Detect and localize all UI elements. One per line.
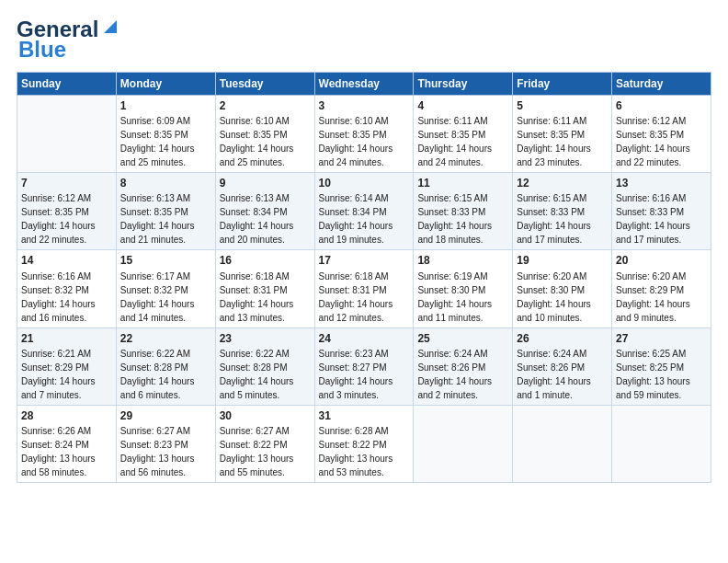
day-info: Sunrise: 6:13 AMSunset: 8:34 PMDaylight:…	[220, 193, 294, 245]
day-cell: 10Sunrise: 6:14 AMSunset: 8:34 PMDayligh…	[314, 173, 414, 250]
day-number: 29	[120, 408, 211, 423]
day-cell: 15Sunrise: 6:17 AMSunset: 8:32 PMDayligh…	[116, 250, 215, 327]
day-cell: 23Sunrise: 6:22 AMSunset: 8:28 PMDayligh…	[215, 327, 314, 405]
day-number: 5	[517, 98, 608, 113]
day-cell: 25Sunrise: 6:24 AMSunset: 8:26 PMDayligh…	[414, 327, 513, 405]
day-cell: 7Sunrise: 6:12 AMSunset: 8:35 PMDaylight…	[17, 173, 117, 250]
day-number: 6	[616, 98, 707, 113]
calendar-table: SundayMondayTuesdayWednesdayThursdayFrid…	[17, 72, 711, 483]
day-cell: 4Sunrise: 6:11 AMSunset: 8:35 PMDaylight…	[414, 96, 513, 173]
day-info: Sunrise: 6:09 AMSunset: 8:35 PMDaylight:…	[120, 116, 195, 167]
day-number: 23	[220, 331, 311, 346]
day-cell: 28Sunrise: 6:26 AMSunset: 8:24 PMDayligh…	[17, 405, 117, 482]
day-number: 11	[417, 176, 508, 190]
day-number: 27	[616, 331, 707, 346]
weekday-header-thursday: Thursday	[414, 73, 513, 96]
day-cell: 14Sunrise: 6:16 AMSunset: 8:32 PMDayligh…	[17, 250, 117, 327]
day-cell: 27Sunrise: 6:25 AMSunset: 8:25 PMDayligh…	[612, 327, 711, 405]
day-info: Sunrise: 6:17 AMSunset: 8:32 PMDaylight:…	[120, 271, 195, 323]
day-number: 16	[220, 253, 311, 268]
weekday-header-sunday: Sunday	[17, 73, 117, 96]
day-cell: 16Sunrise: 6:18 AMSunset: 8:31 PMDayligh…	[215, 250, 314, 327]
day-cell: 21Sunrise: 6:21 AMSunset: 8:29 PMDayligh…	[17, 327, 117, 405]
day-number: 25	[417, 331, 508, 346]
week-row-3: 14Sunrise: 6:16 AMSunset: 8:32 PMDayligh…	[17, 250, 711, 327]
day-number: 9	[220, 176, 311, 190]
day-cell: 18Sunrise: 6:19 AMSunset: 8:30 PMDayligh…	[414, 250, 513, 327]
day-number: 21	[21, 331, 112, 346]
day-info: Sunrise: 6:10 AMSunset: 8:35 PMDaylight:…	[220, 116, 294, 167]
day-number: 15	[120, 253, 211, 268]
day-number: 18	[417, 253, 508, 268]
day-info: Sunrise: 6:28 AMSunset: 8:22 PMDaylight:…	[319, 426, 393, 477]
day-info: Sunrise: 6:15 AMSunset: 8:33 PMDaylight:…	[417, 193, 492, 245]
day-cell: 26Sunrise: 6:24 AMSunset: 8:26 PMDayligh…	[513, 327, 612, 405]
week-row-2: 7Sunrise: 6:12 AMSunset: 8:35 PMDaylight…	[17, 173, 711, 250]
day-number: 4	[417, 98, 508, 113]
day-cell: 8Sunrise: 6:13 AMSunset: 8:35 PMDaylight…	[116, 173, 215, 250]
day-info: Sunrise: 6:12 AMSunset: 8:35 PMDaylight:…	[21, 193, 96, 245]
logo-triangle-icon	[100, 17, 120, 37]
day-info: Sunrise: 6:15 AMSunset: 8:33 PMDaylight:…	[517, 193, 591, 245]
day-info: Sunrise: 6:24 AMSunset: 8:26 PMDaylight:…	[517, 349, 591, 400]
day-cell: 30Sunrise: 6:27 AMSunset: 8:22 PMDayligh…	[215, 405, 314, 482]
day-info: Sunrise: 6:16 AMSunset: 8:33 PMDaylight:…	[616, 193, 690, 245]
day-cell: 1Sunrise: 6:09 AMSunset: 8:35 PMDaylight…	[116, 96, 215, 173]
day-number: 2	[220, 98, 311, 113]
day-info: Sunrise: 6:24 AMSunset: 8:26 PMDaylight:…	[417, 349, 492, 400]
day-number: 7	[21, 176, 112, 190]
day-number: 24	[319, 331, 410, 346]
day-info: Sunrise: 6:27 AMSunset: 8:22 PMDaylight:…	[220, 426, 294, 477]
day-cell: 29Sunrise: 6:27 AMSunset: 8:23 PMDayligh…	[116, 405, 215, 482]
day-cell: 6Sunrise: 6:12 AMSunset: 8:35 PMDaylight…	[612, 96, 711, 173]
weekday-header-monday: Monday	[116, 73, 215, 96]
day-info: Sunrise: 6:18 AMSunset: 8:31 PMDaylight:…	[220, 271, 294, 323]
day-cell: 22Sunrise: 6:22 AMSunset: 8:28 PMDayligh…	[116, 327, 215, 405]
day-info: Sunrise: 6:11 AMSunset: 8:35 PMDaylight:…	[417, 116, 492, 167]
day-number: 17	[319, 253, 410, 268]
day-cell: 20Sunrise: 6:20 AMSunset: 8:29 PMDayligh…	[612, 250, 711, 327]
day-number: 8	[120, 176, 211, 190]
weekday-header-wednesday: Wednesday	[314, 73, 414, 96]
day-cell	[513, 405, 612, 482]
day-number: 31	[319, 408, 410, 423]
day-cell: 5Sunrise: 6:11 AMSunset: 8:35 PMDaylight…	[513, 96, 612, 173]
day-info: Sunrise: 6:20 AMSunset: 8:29 PMDaylight:…	[616, 271, 690, 323]
svg-marker-0	[104, 20, 117, 33]
day-info: Sunrise: 6:22 AMSunset: 8:28 PMDaylight:…	[120, 349, 195, 400]
weekday-header-friday: Friday	[513, 73, 612, 96]
day-number: 12	[517, 176, 608, 190]
day-info: Sunrise: 6:26 AMSunset: 8:24 PMDaylight:…	[21, 426, 96, 477]
day-cell: 31Sunrise: 6:28 AMSunset: 8:22 PMDayligh…	[314, 405, 414, 482]
day-number: 22	[120, 331, 211, 346]
day-cell: 24Sunrise: 6:23 AMSunset: 8:27 PMDayligh…	[314, 327, 414, 405]
day-cell	[17, 96, 117, 173]
day-cell: 13Sunrise: 6:16 AMSunset: 8:33 PMDayligh…	[612, 173, 711, 250]
week-row-4: 21Sunrise: 6:21 AMSunset: 8:29 PMDayligh…	[17, 327, 711, 405]
day-number: 28	[21, 408, 112, 423]
day-number: 30	[220, 408, 311, 423]
day-info: Sunrise: 6:12 AMSunset: 8:35 PMDaylight:…	[616, 116, 690, 167]
day-info: Sunrise: 6:21 AMSunset: 8:29 PMDaylight:…	[21, 349, 96, 400]
day-cell: 17Sunrise: 6:18 AMSunset: 8:31 PMDayligh…	[314, 250, 414, 327]
day-info: Sunrise: 6:14 AMSunset: 8:34 PMDaylight:…	[319, 193, 393, 245]
day-number: 10	[319, 176, 410, 190]
day-info: Sunrise: 6:10 AMSunset: 8:35 PMDaylight:…	[319, 116, 393, 167]
day-cell: 12Sunrise: 6:15 AMSunset: 8:33 PMDayligh…	[513, 173, 612, 250]
day-cell: 3Sunrise: 6:10 AMSunset: 8:35 PMDaylight…	[314, 96, 414, 173]
day-info: Sunrise: 6:22 AMSunset: 8:28 PMDaylight:…	[220, 349, 294, 400]
header: General Blue	[17, 17, 711, 63]
day-info: Sunrise: 6:27 AMSunset: 8:23 PMDaylight:…	[120, 426, 195, 477]
day-cell: 19Sunrise: 6:20 AMSunset: 8:30 PMDayligh…	[513, 250, 612, 327]
day-number: 3	[319, 98, 410, 113]
day-info: Sunrise: 6:23 AMSunset: 8:27 PMDaylight:…	[319, 349, 393, 400]
day-info: Sunrise: 6:20 AMSunset: 8:30 PMDaylight:…	[517, 271, 591, 323]
logo: General Blue	[17, 17, 120, 63]
week-row-1: 1Sunrise: 6:09 AMSunset: 8:35 PMDaylight…	[17, 96, 711, 173]
day-cell: 2Sunrise: 6:10 AMSunset: 8:35 PMDaylight…	[215, 96, 314, 173]
day-cell: 11Sunrise: 6:15 AMSunset: 8:33 PMDayligh…	[414, 173, 513, 250]
weekday-header-tuesday: Tuesday	[215, 73, 314, 96]
week-row-5: 28Sunrise: 6:26 AMSunset: 8:24 PMDayligh…	[17, 405, 711, 482]
day-number: 19	[517, 253, 608, 268]
weekday-header-saturday: Saturday	[612, 73, 711, 96]
